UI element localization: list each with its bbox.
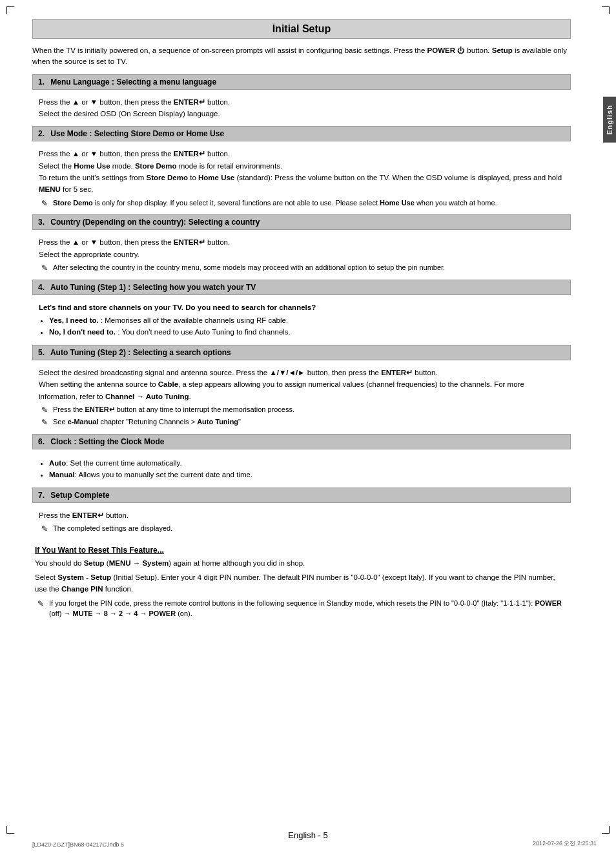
section-num-2: 2. (38, 129, 45, 138)
section-title-3: Country (50, 218, 80, 227)
corner-tl (6, 6, 14, 14)
page-title: Initial Setup (32, 19, 571, 39)
reset-para-2: Select System - Setup (Initial Setup). E… (35, 571, 568, 595)
section-4-bullets: Yes, I need to. : Memorises all of the a… (49, 314, 564, 338)
section-num-7: 7. (38, 491, 45, 500)
section-subtitle-1: : Selecting a menu language (112, 77, 216, 87)
section-7-note-1: The completed settings are displayed. (39, 523, 564, 534)
section-3-line-1: Press the ▲ or ▼ button, then press the … (39, 236, 564, 248)
section-num-1: 1. (38, 77, 45, 87)
section-num-5: 5. (38, 348, 45, 357)
section-header-3: 3. Country (Depending on the country): S… (32, 214, 571, 230)
section-title-4: Auto Tuning (Step 1) (50, 283, 126, 292)
corner-tr (602, 6, 610, 14)
section-header-7: 7. Setup Complete (32, 488, 571, 503)
section-5-note-2: See e-Manual chapter "Retuning Channels … (39, 416, 564, 427)
section-2-line-3: To return the unit's settings from Store… (39, 172, 564, 196)
section-1-line-1: Press the ▲ or ▼ button, then press the … (39, 96, 564, 108)
sidebar-english-label: English (603, 97, 616, 143)
section-header-6: 6. Clock : Setting the Clock Mode (32, 434, 571, 449)
section-num-6: 6. (38, 437, 45, 446)
reset-note: If you forget the PIN code, press the re… (35, 598, 568, 619)
section-subtitle-6: : Setting the Clock Mode (74, 437, 164, 446)
section-6-bullets: Auto: Set the current time automatically… (49, 457, 564, 481)
section-content-7: Press the ENTER↵ button. The completed s… (32, 507, 571, 538)
section-content-1: Press the ▲ or ▼ button, then press the … (32, 94, 571, 124)
page: English Initial Setup When the TV is ini… (0, 0, 616, 853)
section-3-line-2: Select the appropriate country. (39, 249, 564, 260)
reset-header: If You Want to Reset This Feature... (35, 546, 568, 555)
section-header-5: 5. Auto Tuning (Step 2) : Selecting a se… (32, 345, 571, 360)
section-5-note-1: Press the ENTER↵ button at any time to i… (39, 404, 564, 415)
section-content-4: Let's find and store channels on your TV… (32, 299, 571, 342)
section-2-line-1: Press the ▲ or ▼ button, then press the … (39, 148, 564, 159)
section-6-bullet-1: Auto: Set the current time automatically… (49, 457, 564, 469)
section-7-line-1: Press the ENTER↵ button. (39, 509, 564, 521)
footer-page-number: English - 5 (0, 830, 616, 840)
section-1-line-2: Select the desired OSD (On Screen Displa… (39, 108, 564, 119)
section-4-bullet-2: No, I don't need to. : You don't need to… (49, 326, 564, 338)
section-subtitle-5: : Selecting a search options (128, 348, 231, 357)
section-content-6: Auto: Set the current time automatically… (32, 453, 571, 485)
section-2-line-2: Select the Home Use mode. Store Demo mod… (39, 160, 564, 172)
section-num-3: 3. (38, 218, 45, 227)
footer-meta-right: 2012-07-26 오전 2:25:31 (533, 839, 597, 848)
section-3-note-1: After selecting the country in the count… (39, 262, 564, 273)
section-subtitle-3: (Depending on the country): Selecting a … (83, 218, 260, 227)
section-title-1: Menu Language (50, 77, 109, 87)
section-title-7: Setup Complete (50, 491, 109, 500)
section-content-5: Select the desired broadcasting signal a… (32, 364, 571, 431)
section-num-4: 4. (38, 283, 45, 292)
reset-section: If You Want to Reset This Feature... You… (32, 546, 571, 619)
section-content-3: Press the ▲ or ▼ button, then press the … (32, 234, 571, 276)
section-6-bullet-2: Manual: Allows you to manually set the c… (49, 469, 564, 480)
section-4-lead: Let's find and store channels on your TV… (39, 302, 564, 313)
section-4-bullet-1: Yes, I need to. : Memorises all of the a… (49, 314, 564, 326)
section-content-2: Press the ▲ or ▼ button, then press the … (32, 145, 571, 212)
section-subtitle-4: : Selecting how you watch your TV (128, 283, 256, 292)
section-5-line-1: Select the desired broadcasting signal a… (39, 367, 564, 378)
section-header-1: 1. Menu Language : Selecting a menu lang… (32, 74, 571, 90)
main-content: Initial Setup When the TV is initially p… (32, 19, 571, 619)
section-header-4: 4. Auto Tuning (Step 1) : Selecting how … (32, 280, 571, 295)
section-title-5: Auto Tuning (Step 2) (50, 348, 126, 357)
section-5-line-2: When setting the antenna source to Cable… (39, 378, 564, 402)
footer-meta-left: [LD420-ZGZT]BN68-04217C.indb 5 (32, 841, 124, 848)
section-title-6: Clock (50, 437, 72, 446)
reset-para-1: You should do Setup (MENU → System) agai… (35, 557, 568, 569)
intro-text: When the TV is initially powered on, a s… (32, 45, 571, 68)
section-subtitle-2: : Selecting Store Demo or Home Use (89, 129, 224, 138)
section-title-2: Use Mode (50, 129, 87, 138)
section-2-note-1: Store Demo is only for shop display. If … (39, 198, 564, 209)
section-header-2: 2. Use Mode : Selecting Store Demo or Ho… (32, 126, 571, 141)
